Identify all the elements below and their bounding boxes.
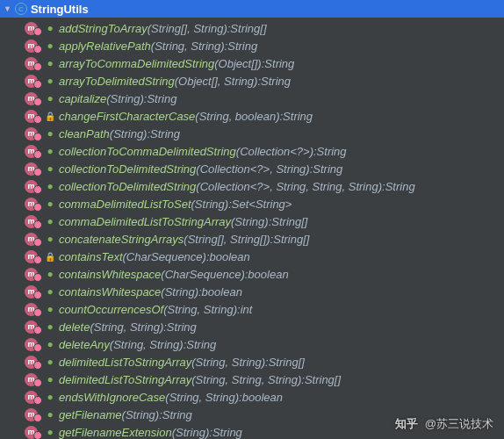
visibility-public-icon: ●	[46, 375, 54, 384]
method-name: changeFirstCharacterCase	[59, 110, 195, 123]
inherited-overlay-icon	[33, 238, 42, 247]
method-row[interactable]: m●deleteAny(String, String): String	[0, 335, 504, 353]
method-name: delimitedListToStringArray	[59, 356, 191, 369]
method-name: delimitedListToStringArray	[59, 373, 191, 386]
method-row[interactable]: m●delimitedListToStringArray(String, Str…	[0, 371, 504, 388]
method-params: (CharSequence)	[123, 250, 206, 263]
watermark: 知乎 @苏三说技术	[395, 416, 493, 432]
method-name: commaDelimitedListToStringArray	[59, 215, 231, 228]
visibility-public-icon: ●	[46, 270, 54, 278]
inherited-overlay-icon	[33, 185, 42, 194]
visibility-public-icon: ●	[46, 199, 54, 208]
method-row[interactable]: m●containsWhitespace(CharSequence): bool…	[0, 265, 504, 283]
inherited-overlay-icon	[33, 361, 42, 370]
method-params: (String, String)	[191, 356, 265, 369]
method-return-type: String[]	[273, 233, 309, 246]
visibility-public-icon: ●	[46, 392, 54, 401]
inherited-overlay-icon	[33, 414, 42, 422]
method-name: capitalize	[59, 92, 106, 105]
method-name: collectionToDelimitedString	[59, 180, 196, 193]
method-return-type: boolean	[210, 250, 250, 263]
method-row[interactable]: m●addStringToArray(String[], String): St…	[0, 19, 504, 37]
method-return-type: String	[162, 408, 192, 421]
method-return-type: String	[167, 320, 197, 334]
method-row[interactable]: m●applyRelativePath(String, String): Str…	[0, 37, 504, 54]
inherited-overlay-icon	[33, 115, 42, 124]
inherited-overlay-icon	[33, 133, 42, 141]
inherited-overlay-icon	[33, 255, 42, 264]
visibility-public-icon: ●	[46, 24, 54, 32]
method-params: (Object[], String)	[175, 75, 258, 88]
method-name: deleteAny	[59, 338, 110, 351]
inherited-overlay-icon	[33, 378, 42, 387]
method-return-type: String	[186, 338, 216, 351]
method-name: collectionToDelimitedString	[59, 162, 196, 176]
method-row[interactable]: m●arrayToDelimitedString(Object[], Strin…	[0, 72, 504, 90]
method-row[interactable]: m●capitalize(String): String	[0, 90, 504, 107]
method-row[interactable]: m●containsWhitespace(String): boolean	[0, 283, 504, 300]
method-row[interactable]: m●cleanPath(String): String	[0, 125, 504, 142]
method-return-type: String[]	[230, 22, 266, 35]
class-name-label: StringUtils	[31, 3, 89, 16]
watermark-text: @苏三说技术	[425, 417, 493, 430]
inherited-overlay-icon	[33, 203, 42, 212]
visibility-public-icon: ●	[46, 428, 54, 436]
method-params: (Object[])	[214, 57, 261, 70]
inherited-overlay-icon	[33, 308, 42, 317]
method-row[interactable]: m🔒containsText(CharSequence): boolean	[0, 248, 504, 265]
method-return-type: String	[317, 145, 347, 158]
method-row[interactable]: m●commaDelimitedListToSet(String): Set<S…	[0, 195, 504, 212]
method-return-type: String	[150, 127, 180, 140]
inherited-overlay-icon	[33, 291, 42, 299]
method-row[interactable]: m●delete(String, String): String	[0, 318, 504, 335]
inherited-overlay-icon	[33, 97, 42, 106]
method-row[interactable]: m●endsWithIgnoreCase(String, String): bo…	[0, 388, 504, 406]
inherited-overlay-icon	[33, 27, 42, 36]
method-params: (String[], String[])	[184, 233, 270, 246]
method-name: applyRelativePath	[59, 40, 151, 53]
method-row[interactable]: m●countOccurrencesOf(String, String): in…	[0, 300, 504, 318]
method-row[interactable]: m●commaDelimitedListToStringArray(String…	[0, 212, 504, 230]
method-name: arrayToCommaDelimitedString	[59, 57, 214, 70]
inherited-overlay-icon	[33, 343, 42, 352]
method-return-type: String	[212, 426, 242, 439]
visibility-public-icon: ●	[46, 59, 54, 68]
method-params: (Collection<?>, String)	[196, 162, 309, 176]
method-return-type: String	[227, 40, 257, 53]
method-return-type: String	[264, 57, 294, 70]
watermark-logo: 知乎	[395, 417, 418, 430]
visibility-public-icon: ●	[46, 357, 54, 366]
visibility-public-icon: ●	[46, 147, 54, 155]
visibility-public-icon: ●	[46, 76, 54, 85]
visibility-private-icon: 🔒	[46, 112, 54, 120]
visibility-public-icon: ●	[46, 217, 54, 226]
collapse-arrow-icon[interactable]: ▼	[4, 4, 11, 13]
method-row[interactable]: m●collectionToCommaDelimitedString(Colle…	[0, 142, 504, 160]
visibility-public-icon: ●	[46, 182, 54, 191]
method-params: (Collection<?>, String, String, String)	[196, 180, 382, 193]
method-params: (String, String, String)	[191, 373, 301, 386]
method-row[interactable]: m🔒changeFirstCharacterCase(String, boole…	[0, 107, 504, 125]
method-params: (String)	[110, 127, 148, 140]
method-return-type: String[]	[305, 373, 341, 386]
method-row[interactable]: m●collectionToDelimitedString(Collection…	[0, 160, 504, 177]
visibility-private-icon: 🔒	[46, 252, 54, 261]
inherited-overlay-icon	[33, 273, 42, 282]
method-row[interactable]: m●concatenateStringArrays(String[], Stri…	[0, 230, 504, 248]
method-name: countOccurrencesOf	[59, 303, 163, 316]
method-params: (String, String)	[165, 391, 239, 404]
class-icon: C	[15, 3, 27, 15]
class-tab[interactable]: ▼ C StringUtils	[0, 0, 504, 18]
inherited-overlay-icon	[33, 80, 42, 89]
method-row[interactable]: m●delimitedListToStringArray(String, Str…	[0, 353, 504, 371]
method-return-type: String	[147, 92, 176, 105]
method-name: concatenateStringArrays	[59, 233, 184, 246]
visibility-public-icon: ●	[46, 41, 54, 50]
visibility-public-icon: ●	[46, 410, 54, 419]
method-params: (String, String)	[90, 320, 163, 334]
method-return-type: int	[241, 303, 253, 316]
method-params: (CharSequence)	[161, 268, 244, 281]
method-row[interactable]: m●collectionToDelimitedString(Collection…	[0, 177, 504, 195]
method-return-type: String	[283, 110, 313, 123]
method-row[interactable]: m●arrayToCommaDelimitedString(Object[]):…	[0, 54, 504, 72]
